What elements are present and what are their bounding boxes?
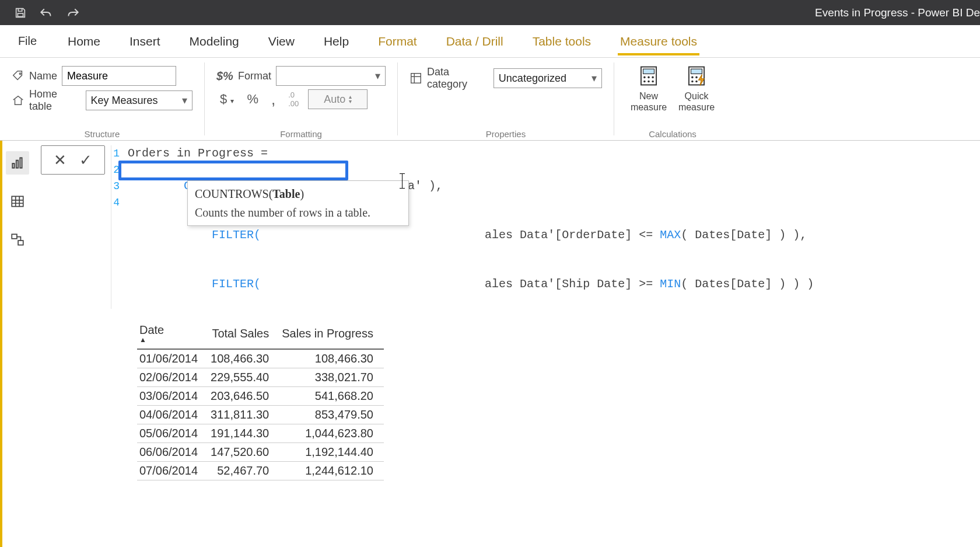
table-cell: 191,144.30 <box>208 424 279 443</box>
data-view-button[interactable] <box>6 190 29 213</box>
ribbon-tabs: File HomeInsertModelingViewHelpFormatDat… <box>0 25 980 58</box>
svg-rect-17 <box>12 163 14 168</box>
svg-rect-0 <box>18 13 23 16</box>
thousands-separator-button[interactable]: , <box>268 94 279 104</box>
home-table-select[interactable]: Key Measures ▾ <box>86 90 192 110</box>
table-cell: 203,646.50 <box>208 387 279 406</box>
data-category-label: Data category <box>427 66 489 90</box>
svg-rect-19 <box>20 158 22 168</box>
table-cell: 229,555.40 <box>208 368 279 387</box>
redo-icon[interactable] <box>65 6 80 19</box>
svg-point-9 <box>648 81 650 83</box>
svg-point-6 <box>648 76 650 79</box>
table-cell: 311,811.30 <box>208 406 279 424</box>
quick-measure-button[interactable]: Quick measure <box>674 64 719 127</box>
svg-rect-12 <box>691 69 702 74</box>
table-row[interactable]: 07/06/201452,467.701,244,612.10 <box>137 462 384 480</box>
chevron-down-icon: ▾ <box>182 94 187 107</box>
measure-name-input[interactable] <box>62 66 176 86</box>
svg-point-7 <box>652 76 654 79</box>
table-row[interactable]: 06/06/2014147,520.601,192,144.40 <box>137 443 384 462</box>
decimal-places-input[interactable]: Auto ▴▾ <box>308 89 368 109</box>
result-table[interactable]: Date▲Total SalesSales in Progress 01/06/… <box>137 321 384 480</box>
model-view-button[interactable] <box>6 228 29 252</box>
spinner-icon[interactable]: ▴▾ <box>349 95 352 104</box>
currency-button[interactable]: $ ▾ <box>216 90 237 108</box>
format-select[interactable]: ▾ <box>276 66 386 86</box>
table-row[interactable]: 02/06/2014229,555.40338,021.70 <box>137 368 384 387</box>
table-cell: 338,021.70 <box>279 368 384 387</box>
tab-help[interactable]: Help <box>321 31 351 55</box>
tab-modeling[interactable]: Modeling <box>187 31 242 55</box>
table-row[interactable]: 03/06/2014203,646.50541,668.20 <box>137 387 384 406</box>
save-icon[interactable] <box>14 6 27 19</box>
dax-editor[interactable]: Orders in Progress = CALCULATE( COUNTROW… <box>111 145 980 309</box>
table-cell: 02/06/2014 <box>137 368 208 387</box>
quick-access-toolbar <box>0 6 80 19</box>
home-table-label: Home table <box>29 88 81 113</box>
svg-point-1 <box>19 73 21 75</box>
column-header[interactable]: Sales in Progress <box>279 321 384 349</box>
dax-token-filter: FILTER( <box>184 228 261 242</box>
sort-asc-icon: ▲ <box>139 336 198 344</box>
chevron-down-icon: ▾ <box>375 69 380 82</box>
column-header[interactable]: Total Sales <box>208 321 279 349</box>
group-structure: Name Home table Key Measures ▾ Structure <box>0 58 204 140</box>
tab-home[interactable]: Home <box>65 31 103 55</box>
dax-token-min: MIN <box>660 277 681 291</box>
svg-point-15 <box>691 81 694 83</box>
calculator-lightning-icon <box>685 65 708 87</box>
dax-token-filter: FILTER( <box>184 277 261 291</box>
tab-data-drill[interactable]: Data / Drill <box>444 31 506 55</box>
table-row[interactable]: 04/06/2014311,811.30853,479.50 <box>137 406 384 424</box>
table-cell: 05/06/2014 <box>137 424 208 443</box>
table-row[interactable]: 05/06/2014191,144.301,044,623.80 <box>137 424 384 443</box>
tab-view[interactable]: View <box>266 31 297 55</box>
tag-icon <box>12 69 24 82</box>
percent-button[interactable]: % <box>243 90 262 108</box>
table-cell: 01/06/2014 <box>137 349 208 368</box>
group-label-structure: Structure <box>12 127 192 139</box>
dax-token-max: MAX <box>660 228 681 242</box>
table-cell: 06/06/2014 <box>137 443 208 462</box>
table-cell: 541,668.20 <box>279 387 384 406</box>
svg-point-14 <box>695 76 698 79</box>
name-label: Name <box>29 70 57 82</box>
tab-insert[interactable]: Insert <box>127 31 163 55</box>
file-tab[interactable]: File <box>0 25 55 57</box>
table-row[interactable]: 01/06/2014108,466.30108,466.30 <box>137 349 384 368</box>
gutter-line-number: 4 <box>111 194 120 211</box>
svg-point-8 <box>643 81 646 83</box>
data-category-value: Uncategorized <box>499 72 566 85</box>
text-cursor <box>402 173 402 189</box>
svg-point-13 <box>691 76 694 79</box>
column-header[interactable]: Date▲ <box>137 321 208 349</box>
tooltip-signature: COUNTROWS(Table) <box>195 186 401 202</box>
group-label-properties: Properties <box>410 127 602 139</box>
tab-format[interactable]: Format <box>376 31 419 55</box>
tab-table-tools[interactable]: Table tools <box>530 31 593 55</box>
table-cell: 1,192,144.40 <box>279 443 384 462</box>
group-formatting: $% Format ▾ $ ▾ % , .0.00 Auto ▴▾ Format… <box>205 58 397 140</box>
table-cell: 1,044,623.80 <box>279 424 384 443</box>
quick-measure-label: Quick measure <box>678 90 715 113</box>
format-icon: $% <box>216 69 233 83</box>
table-cell: 1,244,612.10 <box>279 462 384 480</box>
svg-rect-2 <box>411 74 421 83</box>
formula-actions: ✕ ✓ <box>41 145 105 175</box>
calculator-icon <box>638 65 660 87</box>
group-label-calculations: Calculations <box>626 127 719 139</box>
table-cell: 04/06/2014 <box>137 406 208 424</box>
tab-measure-tools[interactable]: Measure tools <box>618 31 699 55</box>
new-measure-button[interactable]: New measure <box>626 64 671 127</box>
format-label: Format <box>238 70 271 82</box>
gutter-line-number: 2 <box>111 162 120 178</box>
cancel-formula-button[interactable]: ✕ <box>54 151 66 169</box>
chevron-down-icon: ▾ <box>592 72 597 85</box>
data-category-select[interactable]: Uncategorized ▾ <box>494 68 602 88</box>
undo-icon[interactable] <box>38 6 54 19</box>
home-table-value: Key Measures <box>91 95 158 107</box>
commit-formula-button[interactable]: ✓ <box>79 151 92 169</box>
svg-point-5 <box>643 76 646 79</box>
report-view-button[interactable] <box>6 151 29 175</box>
